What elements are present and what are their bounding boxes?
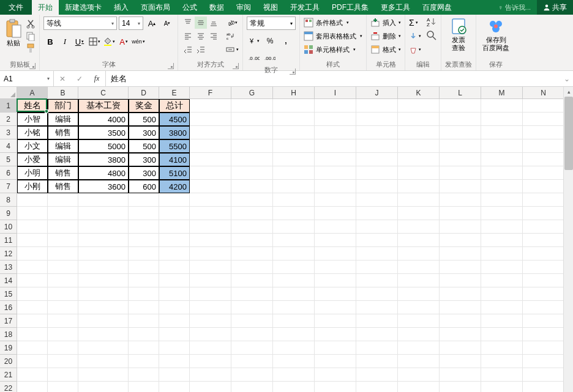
cell[interactable] [356, 368, 398, 382]
cell[interactable] [78, 314, 129, 328]
cell[interactable] [398, 261, 440, 274]
row-header-5[interactable]: 5 [0, 153, 17, 166]
cell[interactable] [398, 153, 440, 166]
cell[interactable] [523, 220, 564, 234]
cell[interactable] [356, 328, 398, 341]
cell[interactable] [17, 234, 48, 247]
cell[interactable] [481, 99, 523, 113]
cell[interactable] [481, 368, 523, 382]
cell[interactable] [398, 220, 440, 234]
data-cell[interactable]: 4000 [78, 113, 129, 126]
cell[interactable] [273, 180, 315, 193]
cell[interactable] [440, 99, 481, 113]
cell[interactable] [159, 274, 190, 287]
cell[interactable] [523, 368, 564, 382]
font-dialog-launcher[interactable] [168, 63, 174, 69]
cell[interactable] [440, 328, 481, 341]
cell[interactable] [17, 328, 48, 341]
cell[interactable] [398, 193, 440, 207]
data-cell[interactable]: 5000 [78, 139, 129, 153]
cell[interactable] [231, 139, 273, 153]
cell[interactable] [523, 180, 564, 193]
data-cell[interactable]: 小爱 [17, 153, 48, 166]
cell[interactable] [440, 301, 481, 314]
cell[interactable] [129, 314, 159, 328]
cell[interactable] [315, 180, 356, 193]
cell[interactable] [231, 368, 273, 382]
cell[interactable] [159, 207, 190, 220]
cell[interactable] [17, 274, 48, 287]
cell[interactable] [231, 261, 273, 274]
cell[interactable] [315, 355, 356, 368]
number-format-select[interactable]: 常规▾ [247, 17, 296, 30]
cell[interactable] [273, 234, 315, 247]
italic-button[interactable]: I [58, 35, 72, 48]
cell[interactable] [440, 220, 481, 234]
baidu-save-button[interactable]: 保存到百度网盘 [480, 17, 512, 53]
align-left-button[interactable] [182, 30, 194, 42]
cell[interactable] [315, 193, 356, 207]
cell[interactable] [231, 113, 273, 126]
row-header-11[interactable]: 11 [0, 234, 17, 247]
tab-review[interactable]: 审阅 [230, 0, 257, 15]
cell[interactable] [231, 126, 273, 139]
merge-button[interactable]: ▾ [226, 43, 239, 56]
data-cell[interactable]: 5500 [159, 139, 190, 153]
cell[interactable] [440, 193, 481, 207]
cell[interactable] [356, 341, 398, 355]
cell[interactable] [398, 139, 440, 153]
fill-color-button[interactable]: ▾ [102, 35, 116, 48]
cell[interactable] [190, 247, 231, 261]
cell[interactable] [159, 220, 190, 234]
align-center-button[interactable] [195, 30, 207, 42]
row-header-20[interactable]: 20 [0, 355, 17, 368]
header-cell[interactable]: 姓名 [17, 99, 48, 113]
cell[interactable] [523, 166, 564, 180]
cell[interactable] [190, 99, 231, 113]
cell[interactable] [481, 193, 523, 207]
spreadsheet-grid[interactable]: ABCDEFGHIJKLMN 1234567891011121314151617… [0, 87, 573, 392]
font-color-button[interactable]: A▾ [117, 35, 130, 48]
cell[interactable] [273, 368, 315, 382]
data-cell[interactable]: 小刚 [17, 180, 48, 193]
cell[interactable] [523, 355, 564, 368]
cell[interactable] [17, 207, 48, 220]
column-headers[interactable]: ABCDEFGHIJKLMN [17, 87, 564, 99]
cell-styles-button[interactable]: 单元格样式▾ [304, 43, 362, 56]
column-header-M[interactable]: M [481, 87, 523, 99]
enter-formula-button[interactable]: ✓ [71, 71, 88, 87]
cell[interactable] [315, 207, 356, 220]
data-cell[interactable]: 销售 [48, 166, 78, 180]
cell[interactable] [398, 287, 440, 301]
format-cells-button[interactable]: 格式▾ [370, 43, 401, 56]
cell[interactable] [231, 166, 273, 180]
cell[interactable] [231, 355, 273, 368]
cell[interactable] [398, 166, 440, 180]
row-header-9[interactable]: 9 [0, 207, 17, 220]
cell[interactable] [231, 314, 273, 328]
pinyin-button[interactable]: wén▾ [132, 35, 145, 48]
cell[interactable] [190, 113, 231, 126]
cell[interactable] [159, 314, 190, 328]
cell[interactable] [159, 328, 190, 341]
cell[interactable] [356, 166, 398, 180]
find-select-button[interactable] [426, 30, 437, 41]
cell[interactable] [315, 314, 356, 328]
data-cell[interactable]: 4100 [159, 153, 190, 166]
cell[interactable] [78, 341, 129, 355]
cell[interactable] [523, 382, 564, 392]
decrease-decimal-button[interactable]: .00.0 [263, 52, 277, 64]
cell[interactable] [48, 220, 78, 234]
cell[interactable] [273, 113, 315, 126]
row-header-17[interactable]: 17 [0, 314, 17, 328]
cell[interactable] [440, 382, 481, 392]
cell[interactable] [17, 301, 48, 314]
cell[interactable] [481, 126, 523, 139]
cell[interactable] [48, 328, 78, 341]
cell[interactable] [273, 207, 315, 220]
cell[interactable] [231, 220, 273, 234]
wrap-text-button[interactable]: abc [226, 30, 239, 42]
cell[interactable] [356, 287, 398, 301]
column-header-D[interactable]: D [129, 87, 159, 99]
data-cell[interactable]: 300 [129, 166, 159, 180]
